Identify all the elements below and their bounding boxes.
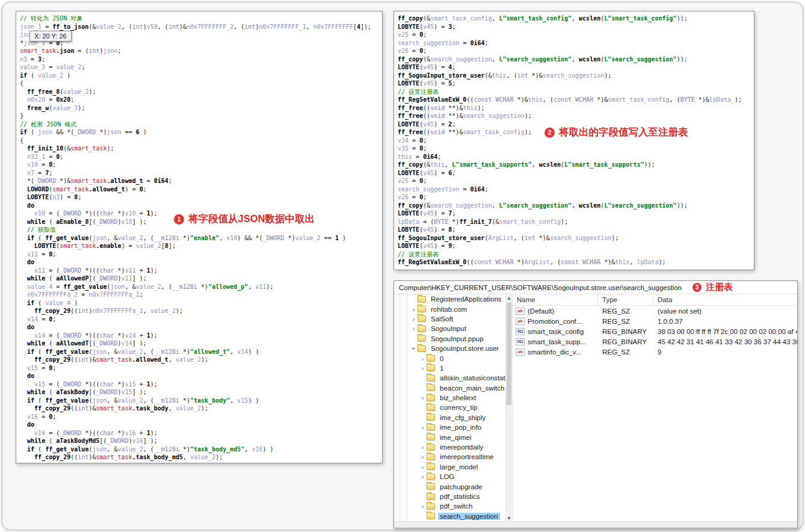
tree-item-label[interactable]: allskin_statusiconstatis [438, 374, 505, 382]
tree-item-label[interactable]: imereportdaily [438, 444, 485, 451]
tree-item-label[interactable]: imereportrealtime [438, 453, 495, 460]
value-data: 9 [653, 348, 797, 356]
tree-item-label[interactable]: pdf_switch [438, 503, 474, 510]
expander-right-icon[interactable]: › [410, 326, 418, 332]
value-row-smart_task_supp...[interactable]: 011smart_task_supp...REG_BINARY45 42 42 … [513, 336, 797, 347]
tree-indent [394, 466, 419, 467]
scroll-down-icon[interactable]: ▼ [506, 516, 512, 520]
code-line: v25 = 0; [398, 31, 752, 39]
tree-item-label[interactable]: beacon_main_switch [438, 385, 505, 392]
expander-right-icon[interactable]: › [410, 316, 418, 322]
tree-item-label[interactable]: SogouInput.store.user [429, 345, 501, 352]
tree-item-SogouInput.store.user[interactable]: ›SogouInput.store.user [394, 344, 505, 353]
tree-item-imereportrealtime[interactable]: ›imereportrealtime [394, 452, 505, 462]
tree-item-label[interactable]: SalSoft [429, 315, 455, 323]
expander-right-icon[interactable]: › [419, 454, 427, 460]
tree-item-rohitab.com[interactable]: ›rohitab.com [394, 304, 505, 314]
scrollbar-thumb[interactable] [507, 303, 511, 405]
tree-item-0[interactable]: ›0 [394, 353, 505, 363]
string-value-icon: ab [516, 348, 525, 356]
expander-down-icon[interactable]: › [411, 345, 417, 353]
code-line: v16 = 0; [20, 413, 380, 421]
tree-item-SogouInput[interactable]: ›SogouInput [394, 324, 505, 333]
value-row-smart_task_config[interactable]: 011smart_task_configREG_BINARY38 03 00 0… [513, 326, 797, 336]
tree-item-label[interactable]: pdf_statistics [438, 493, 481, 500]
tree-item-ime_cfg_shiply[interactable]: ime_cfg_shiply [394, 413, 505, 422]
tree-item-label[interactable]: 1 [438, 365, 445, 372]
tree-item-label[interactable]: SogouInput [429, 325, 468, 332]
tree-item-label[interactable]: ime_qimei [438, 434, 473, 441]
annotation-1-badge: 1 [174, 214, 184, 224]
tree-item-large_model[interactable]: ›large_model [394, 462, 505, 472]
tree-indent [394, 358, 419, 359]
tree-item-label[interactable]: currency_tip [438, 404, 480, 411]
binary-value-icon: 011 [516, 338, 525, 345]
values-header[interactable]: Name Type Data [513, 294, 797, 306]
expander-right-icon[interactable]: › [419, 395, 427, 401]
expander-right-icon[interactable]: › [419, 464, 427, 470]
expander-right-icon[interactable]: › [419, 365, 427, 371]
expander-right-icon[interactable]: › [419, 503, 427, 509]
scroll-up-icon[interactable]: ▲ [506, 295, 512, 300]
tree-indent [394, 299, 410, 300]
tree-item-ime_qimei[interactable]: ime_qimei [394, 432, 505, 442]
tree-item-label[interactable]: RegisteredApplications [429, 295, 504, 303]
tree-item-label[interactable]: search_suggestion [438, 513, 500, 520]
code-line: while ( aTaskBody[(_DWORD)v15] ); [20, 388, 380, 397]
regedit-address-bar[interactable]: Computer\HKEY_CURRENT_USER\SOFTWARE\Sogo… [394, 281, 797, 294]
tree-item-RegisteredApplications[interactable]: RegisteredApplications [394, 294, 505, 304]
folder-icon [427, 454, 435, 460]
code-line: lpData = (BYTE *)ff_init_7(&smart_task_c… [398, 218, 752, 226]
tree-item-allskin_statusiconstatis[interactable]: allskin_statusiconstatis [394, 373, 505, 383]
tree-item-ime_pop_info[interactable]: ›ime_pop_info [394, 422, 505, 432]
tree-item-biz_shellext[interactable]: ›biz_shellext [394, 393, 505, 403]
expander-right-icon[interactable]: › [419, 356, 427, 362]
code-line: n0x7FFFFFFFa_2 = n0x7FFFFFFFa_1; [20, 291, 380, 299]
value-row-(Default)[interactable]: ab(Default)REG_SZ(value not set) [513, 306, 797, 316]
tree-item-search_suggestion[interactable]: search_suggestion [394, 512, 505, 521]
tree-scrollbar[interactable]: ▲ ▼ [505, 294, 512, 521]
value-name: Promotion_conf... [528, 318, 582, 325]
tree-item-currency_tip[interactable]: currency_tip [394, 403, 505, 412]
code-line: if ( ff_get_value(json, &value_2, (__m12… [20, 348, 380, 356]
tree-item-label[interactable]: rohitab.com [429, 306, 469, 313]
tree-item-label[interactable]: patchupgrade [438, 483, 484, 490]
expander-right-icon[interactable]: › [410, 306, 418, 312]
tree-item-LOG[interactable]: ›LOG [394, 472, 505, 481]
code-line: LOBYTE(n3) = 8; [20, 193, 380, 202]
code-line: smart_task.json = (int)json; [20, 47, 380, 55]
expander-right-icon[interactable]: › [419, 444, 427, 450]
column-name[interactable]: Name [513, 294, 598, 305]
column-type[interactable]: Type [598, 294, 653, 305]
code-line: v26 = 0; [398, 47, 752, 55]
value-data: 45 42 42 31 41 46 41 33 42 30 36 37 44 4… [653, 338, 797, 345]
tree-item-label[interactable]: biz_shellext [438, 394, 478, 401]
tree-item-SogouInput.ppup[interactable]: SogouInput.ppup [394, 334, 505, 344]
tree-item-patchupgrade[interactable]: patchupgrade [394, 481, 505, 491]
code-line: *json_1 = 0; [20, 39, 380, 48]
code-line: do [20, 202, 380, 210]
expander-right-icon[interactable]: › [419, 474, 427, 480]
value-row-smartinfo_dic_v...[interactable]: absmartinfo_dic_v...REG_SZ9 [513, 347, 797, 357]
tree-indent [394, 437, 419, 438]
tree-item-label[interactable]: large_model [438, 463, 480, 471]
tree-item-pdf_switch[interactable]: ›pdf_switch [394, 501, 505, 511]
tree-indent [394, 427, 419, 428]
tree-item-pdf_statistics[interactable]: pdf_statistics [394, 492, 505, 501]
tree-item-imereportdaily[interactable]: ›imereportdaily [394, 442, 505, 452]
folder-icon [427, 385, 435, 391]
tree-item-beacon_main_switch[interactable]: beacon_main_switch [394, 383, 505, 393]
tree-item-1[interactable]: ›1 [394, 363, 505, 373]
expander-right-icon[interactable]: › [419, 424, 427, 430]
value-row-Promotion_conf...[interactable]: abPromotion_conf...REG_SZ1.0.0.37 [513, 316, 797, 326]
tree-item-label[interactable]: ime_cfg_shiply [438, 414, 487, 421]
column-data[interactable]: Data [653, 294, 797, 305]
string-value-icon: ab [516, 308, 525, 315]
tree-item-label[interactable]: LOG [438, 473, 456, 480]
annotation-3: 3 注册表 [692, 282, 733, 293]
tree-item-label[interactable]: 0 [438, 355, 445, 362]
tree-item-label[interactable]: ime_pop_info [438, 424, 483, 431]
tree-item-label[interactable]: SogouInput.ppup [429, 335, 486, 342]
tree-indent [394, 417, 419, 418]
tree-item-SalSoft[interactable]: ›SalSoft [394, 314, 505, 324]
